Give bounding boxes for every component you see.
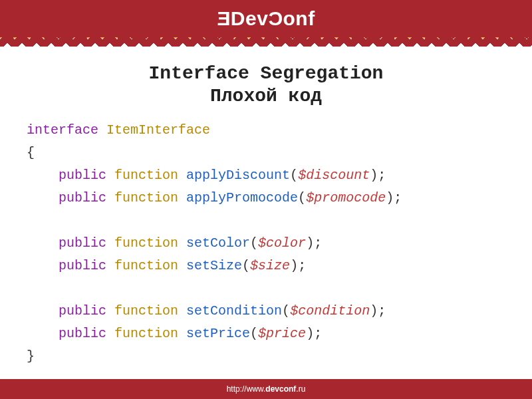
semi-1: ; — [378, 168, 386, 183]
paren-open-5: ( — [282, 303, 290, 319]
footer-url-bold: devconf — [265, 384, 296, 394]
paren-close-1: ) — [370, 168, 378, 183]
code-block: interface ItemInterface { public functio… — [20, 119, 512, 368]
paren-close-6: ) — [306, 326, 314, 341]
paren-close-3: ) — [306, 235, 314, 251]
semi-6: ; — [314, 326, 322, 341]
semi-3: ; — [314, 235, 322, 251]
brace-open: { — [27, 145, 35, 160]
method-5: setCondition — [186, 303, 282, 319]
var-2: $promocode — [306, 190, 386, 205]
method-6: setPrice — [186, 326, 250, 341]
paren-open-3: ( — [250, 235, 258, 251]
kw-public-5: public — [59, 303, 106, 319]
kw-public-2: public — [59, 190, 106, 205]
var-4: $size — [250, 258, 290, 273]
footer-url-prefix: http://www. — [227, 384, 266, 394]
kw-public-6: public — [59, 326, 106, 341]
title-line-1: Interface Segregation — [20, 63, 512, 85]
paren-close-2: ) — [386, 190, 394, 205]
footer-url-suffix: .ru — [296, 384, 305, 394]
semi-5: ; — [378, 303, 386, 319]
slide-title: Interface Segregation Плохой код — [20, 63, 512, 107]
footer-url: http://www.devconf.ru — [227, 384, 306, 394]
main-content: Interface Segregation Плохой код interfa… — [0, 39, 532, 379]
slide-root: EDevConf Interface Segregation Плохой ко… — [0, 0, 532, 399]
paren-close-4: ) — [290, 258, 298, 273]
logo-mirror-c: C — [268, 7, 283, 30]
paren-close-5: ) — [370, 303, 378, 319]
kw-public-3: public — [59, 235, 106, 251]
header-zigzag-border — [0, 37, 532, 47]
title-line-2: Плохой код — [20, 85, 512, 108]
semi-4: ; — [298, 258, 306, 273]
kw-public-1: public — [59, 168, 106, 183]
var-6: $price — [258, 326, 306, 341]
header-bar: EDevConf — [0, 0, 532, 39]
kw-function-1: function — [114, 168, 178, 183]
kw-function-3: function — [114, 235, 178, 251]
paren-open-1: ( — [290, 168, 298, 183]
method-3: setColor — [186, 235, 250, 251]
kw-function-6: function — [114, 326, 178, 341]
method-4: setSize — [186, 258, 242, 273]
var-5: $condition — [290, 303, 370, 319]
method-2: applyPromocode — [186, 190, 298, 205]
kw-interface: interface — [27, 122, 98, 138]
logo-mirror-e-1: E — [217, 7, 231, 30]
brace-close: } — [27, 348, 35, 364]
footer-bar: http://www.devconf.ru — [0, 379, 532, 399]
paren-open-4: ( — [242, 258, 250, 273]
kw-function-4: function — [114, 258, 178, 273]
kw-function-5: function — [114, 303, 178, 319]
paren-open-6: ( — [250, 326, 258, 341]
var-3: $color — [258, 235, 306, 251]
paren-open-2: ( — [298, 190, 306, 205]
kw-function-2: function — [114, 190, 178, 205]
logo-text-2: onf — [283, 7, 315, 30]
method-1: applyDiscount — [186, 168, 290, 183]
logo-text-1: Dev — [231, 7, 269, 30]
class-name: ItemInterface — [106, 122, 210, 138]
logo: EDevConf — [217, 7, 315, 30]
semi-2: ; — [394, 190, 402, 205]
var-1: $discount — [298, 168, 370, 183]
kw-public-4: public — [59, 258, 106, 273]
